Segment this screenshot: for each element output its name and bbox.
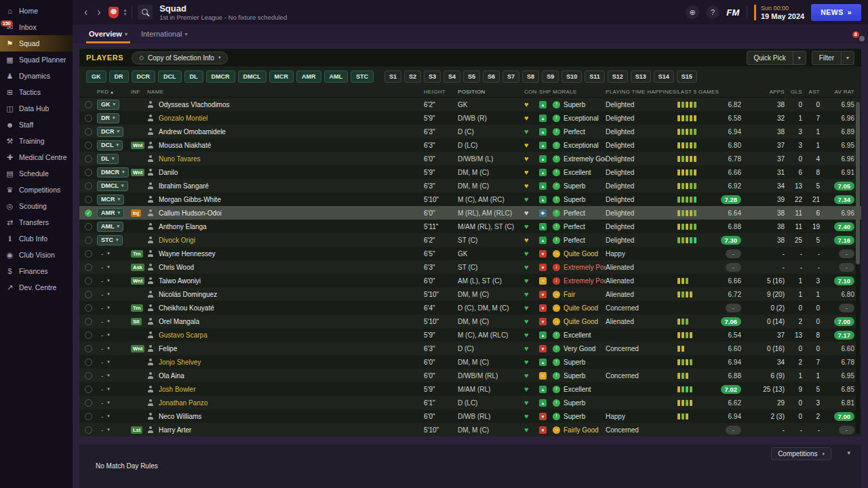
column-header-morale[interactable]: MORALE	[553, 89, 606, 95]
row-checkbox[interactable]	[85, 128, 92, 136]
player-name[interactable]: Divock Origi	[159, 237, 195, 244]
picked-position-badge[interactable]: DCL▾	[97, 140, 123, 150]
table-row[interactable]: -▾AskChris Wood6'3"ST (C)♥▾↓Extremely Po…	[79, 260, 861, 274]
table-row[interactable]: ✓AMR▾InjCallum Hudson-Odoi6'0"M (RL), AM…	[79, 206, 861, 220]
row-checkbox[interactable]	[85, 304, 92, 312]
vertical-scrollbar[interactable]	[856, 100, 860, 434]
row-checkbox[interactable]: ✓	[85, 209, 92, 217]
sidebar-item-finances[interactable]: $Finances	[0, 263, 73, 279]
column-header-ast[interactable]: AST	[802, 89, 820, 95]
player-name[interactable]: Gonzalo Montiel	[159, 115, 208, 122]
column-header-shp[interactable]: SHP	[539, 89, 553, 95]
row-checkbox[interactable]	[85, 250, 92, 258]
player-name[interactable]: Neco Williams	[159, 413, 201, 420]
picked-position-badge[interactable]: STC▾	[97, 235, 123, 245]
row-checkbox[interactable]	[85, 196, 92, 203]
tab-international[interactable]: International ▾	[134, 24, 195, 43]
row-checkbox[interactable]	[85, 318, 92, 325]
sidebar-item-dynamics[interactable]: ♟Dynamics	[0, 68, 73, 84]
column-header-name[interactable]: NAME	[147, 89, 424, 95]
row-checkbox[interactable]	[85, 386, 92, 393]
sidebar-item-staff[interactable]: ☻Staff	[0, 117, 73, 133]
slot-filter-s5[interactable]: S5	[463, 70, 480, 83]
slot-filter-s2[interactable]: S2	[404, 70, 421, 83]
picked-position-badge[interactable]: -▾	[97, 291, 110, 298]
player-name[interactable]: Moussa Niakhaté	[159, 142, 211, 149]
slot-filter-s10[interactable]: S10	[561, 70, 582, 83]
player-name[interactable]: Harry Arter	[159, 426, 191, 434]
table-row[interactable]: -▾TrnCheikhou Kouyaté6'4"D (C), DM, M (C…	[79, 301, 861, 314]
row-checkbox[interactable]	[85, 331, 92, 339]
search-button[interactable]	[138, 5, 153, 20]
picked-position-badge[interactable]: -▾	[97, 399, 110, 407]
picked-position-badge[interactable]: GK▾	[97, 100, 119, 110]
table-row[interactable]: MCR▾Morgan Gibbs-White5'10"M (C), AM (RC…	[79, 192, 861, 206]
forward-arrow-icon[interactable]: ›	[95, 7, 102, 18]
position-filter-stc[interactable]: STC	[351, 70, 374, 83]
chevron-down-icon[interactable]: ▾	[793, 52, 806, 64]
table-row[interactable]: -▾WntFelipe6'3"D (C)♥▾↑Very GoodConcerne…	[79, 342, 861, 355]
column-header-pos[interactable]: POSITION	[458, 89, 524, 95]
sidebar-item-club-info[interactable]: ℹClub Info	[0, 230, 73, 247]
selection-info-dropdown[interactable]: ◇ Copy of Selection Info ▾	[132, 52, 228, 64]
position-filter-dl[interactable]: DL	[184, 70, 203, 83]
sidebar-item-medical-centre[interactable]: ✚Medical Centre	[0, 149, 73, 165]
sidebar-item-schedule[interactable]: ▤Schedule	[0, 165, 73, 182]
picked-position-badge[interactable]: MCR▾	[97, 195, 124, 205]
sidebar-item-data-hub[interactable]: ◫Data Hub	[0, 100, 73, 117]
row-checkbox[interactable]	[85, 399, 92, 407]
row-checkbox[interactable]	[85, 413, 92, 420]
table-row[interactable]: AML▾Anthony Elanga5'11"M/AM (RL), ST (C)…	[79, 220, 861, 233]
row-checkbox[interactable]	[85, 264, 92, 271]
column-header-apps[interactable]: APPS	[745, 89, 785, 95]
picked-position-badge[interactable]: DMCL▾	[97, 181, 128, 191]
table-row[interactable]: STC▾Divock Origi6'2"ST (C)♥▴↑PerfectDeli…	[79, 233, 861, 247]
player-name[interactable]: Chris Wood	[159, 264, 194, 271]
player-name[interactable]: Ola Aina	[159, 372, 184, 380]
competitions-dropdown[interactable]: Competitions ▾	[771, 447, 831, 460]
player-name[interactable]: Felipe	[159, 345, 177, 352]
player-name[interactable]: Cheikhou Kouyaté	[159, 304, 214, 312]
scrollbar-thumb[interactable]	[856, 102, 860, 264]
player-name[interactable]: Jonathan Panzo	[159, 399, 208, 407]
player-name[interactable]: Anthony Elanga	[159, 223, 207, 230]
table-row[interactable]: -▾Josh Bowler5'9"M/AM (RL)♥▴↑Excellent7.…	[79, 382, 861, 396]
table-row[interactable]: DMCR▾WntDanilo5'9"DM, M (C)♥▴↑ExcellentD…	[79, 165, 861, 179]
picked-position-badge[interactable]: DMCR▾	[97, 167, 129, 178]
player-name[interactable]: Wayne Hennessey	[159, 250, 216, 258]
row-checkbox[interactable]	[85, 359, 92, 366]
slot-filter-s11[interactable]: S11	[585, 70, 605, 83]
row-checkbox[interactable]	[85, 372, 92, 380]
slot-filter-s12[interactable]: S12	[608, 70, 628, 83]
slot-filter-s6[interactable]: S6	[483, 70, 500, 83]
picked-position-badge[interactable]: AML▾	[97, 222, 123, 232]
slot-filter-s14[interactable]: S14	[654, 70, 674, 83]
sidebar-item-transfers[interactable]: ⇄Transfers	[0, 214, 73, 230]
sidebar-item-competitions[interactable]: ♛Competitions	[0, 182, 73, 198]
table-row[interactable]: DR▾Gonzalo Montiel5'9"D/WB (R)♥▴↑Excepti…	[79, 111, 861, 125]
table-row[interactable]: -▾Ola Aina6'0"D/WB/M (RL)♥=↑SuperbConcer…	[79, 369, 861, 382]
slot-filter-s3[interactable]: S3	[424, 70, 441, 83]
back-arrow-icon[interactable]: ‹	[82, 7, 90, 18]
help-icon[interactable]: ?	[706, 5, 719, 19]
picked-position-badge[interactable]: -▾	[97, 345, 110, 352]
column-header-height[interactable]: HEIGHT	[424, 89, 458, 95]
position-filter-dmcr[interactable]: DMCR	[206, 70, 235, 83]
player-name[interactable]: Josh Bowler	[159, 386, 195, 393]
row-checkbox[interactable]	[85, 426, 92, 434]
table-row[interactable]: -▾Neco Williams6'0"D/WB (RL)♥▾↑SuperbHap…	[79, 409, 861, 423]
picked-position-badge[interactable]: -▾	[97, 277, 110, 285]
column-header-avrat[interactable]: AV RAT	[820, 89, 854, 95]
position-filter-gk[interactable]: GK	[86, 70, 106, 83]
news-button[interactable]: NEWS »	[811, 4, 861, 21]
sidebar-item-scouting[interactable]: ◎Scouting	[0, 198, 73, 214]
row-checkbox[interactable]	[85, 237, 92, 244]
position-filter-dr[interactable]: DR	[109, 70, 129, 83]
sidebar-item-club-vision[interactable]: ◉Club Vision	[0, 247, 73, 263]
slot-filter-s13[interactable]: S13	[631, 70, 651, 83]
club-spinner[interactable]: ▴▾	[124, 8, 127, 16]
position-filter-mcr[interactable]: MCR	[269, 70, 294, 83]
player-name[interactable]: Orel Mangala	[159, 318, 199, 325]
table-row[interactable]: -▾TrnWayne Hennessey6'5"GK♥▾→Quite GoodH…	[79, 247, 861, 260]
player-name[interactable]: Nuno Tavares	[159, 155, 201, 163]
